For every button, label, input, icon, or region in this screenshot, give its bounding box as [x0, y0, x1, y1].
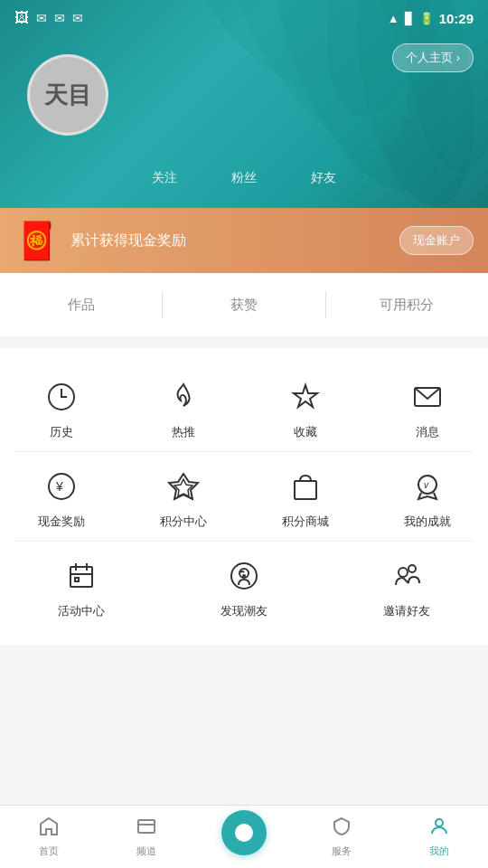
menu-shop-label: 积分商城	[282, 514, 329, 530]
image-icon: 🖼	[14, 10, 29, 26]
stats-likes-label: 获赞	[230, 297, 258, 314]
status-bar: 🖼 ✉ ✉ ✉ ▲ ▊ 🔋 10:29	[0, 0, 488, 36]
banner-text: 累计获得现金奖励	[70, 231, 399, 250]
message-icon	[408, 377, 447, 417]
invite-icon	[387, 556, 427, 596]
nav-item-home[interactable]: 首页	[0, 806, 98, 868]
stat-friends[interactable]: 好友	[311, 170, 336, 186]
stats-row: 作品 获赞 可用积分	[0, 273, 488, 337]
nav-item-service[interactable]: 服务	[293, 806, 390, 868]
svg-point-23	[243, 575, 245, 577]
battery-icon: 🔋	[419, 12, 434, 25]
stats-likes[interactable]: 获赞	[163, 297, 324, 314]
nav-service-label: 服务	[332, 844, 352, 858]
stats-works[interactable]: 作品	[0, 297, 162, 314]
svg-rect-20	[75, 578, 79, 581]
menu-item-shop[interactable]: 积分商城	[244, 452, 366, 541]
achievement-icon: v	[408, 467, 447, 506]
svg-point-25	[408, 565, 416, 572]
channel-icon	[136, 816, 157, 841]
menu-item-points[interactable]: 积分中心	[122, 452, 244, 541]
menu-grid-3: 活动中心 发现潮友	[0, 542, 488, 630]
bottom-nav: 首页 频道 服务 我的	[0, 805, 488, 868]
menu-item-cash[interactable]: ¥ 现金奖励	[0, 452, 122, 541]
personal-page-label: 个人主页 ›	[406, 50, 460, 66]
stat-follow[interactable]: 关注	[152, 170, 177, 186]
stat-friends-label: 好友	[311, 170, 336, 186]
cash-account-label: 现金账户	[413, 233, 460, 247]
svg-rect-16	[70, 567, 92, 587]
stat-fans[interactable]: 粉丝	[231, 170, 257, 186]
menu-activity-label: 活动中心	[58, 603, 105, 619]
menu-item-invite[interactable]: 邀请好友	[325, 542, 488, 630]
menu-message-label: 消息	[416, 424, 439, 440]
menu-item-achievement[interactable]: v 我的成就	[366, 452, 488, 541]
menu-item-message[interactable]: 消息	[366, 363, 488, 451]
mail-icon-3: ✉	[72, 11, 83, 25]
nav-home-label: 首页	[39, 844, 59, 858]
svg-rect-13	[295, 481, 316, 499]
menu-collect-label: 收藏	[294, 424, 317, 440]
banner-icon: 🧧	[14, 220, 60, 262]
menu-item-history[interactable]: 历史	[0, 363, 122, 451]
shop-icon	[286, 467, 325, 506]
cash-account-button[interactable]: 现金账户	[399, 226, 474, 255]
svg-point-29	[436, 819, 443, 826]
menu-hot-label: 热推	[172, 424, 195, 440]
center-dot	[235, 824, 253, 842]
svg-marker-11	[169, 474, 198, 499]
signal-icon: ▊	[405, 12, 414, 25]
menu-points-label: 积分中心	[160, 514, 207, 530]
personal-page-button[interactable]: 个人主页 ›	[392, 43, 474, 72]
status-right: ▲ ▊ 🔋 10:29	[388, 11, 474, 26]
status-time: 10:29	[439, 11, 474, 26]
nav-item-center[interactable]	[195, 806, 293, 868]
menu-grid-2: ¥ 现金奖励 积分中心 积分商城	[0, 452, 488, 541]
stats-works-label: 作品	[68, 297, 95, 314]
avatar-area: 天目	[27, 54, 108, 136]
svg-text:v: v	[424, 480, 429, 490]
avatar: 天目	[27, 54, 108, 136]
stats-points[interactable]: 可用积分	[326, 297, 488, 314]
stat-fans-label: 粉丝	[231, 170, 257, 186]
home-icon	[38, 816, 60, 841]
mail-icon-1: ✉	[36, 11, 47, 25]
activity-icon	[61, 556, 101, 596]
collect-icon	[286, 377, 325, 417]
mine-icon	[428, 816, 450, 841]
menu-item-discover[interactable]: 发现潮友	[163, 542, 325, 630]
menu-history-label: 历史	[50, 424, 73, 440]
menu-cash-label: 现金奖励	[38, 514, 85, 530]
svg-text:¥: ¥	[55, 479, 63, 494]
cash-icon: ¥	[42, 467, 81, 506]
menu-grid-1: 历史 热推 收藏	[0, 363, 488, 451]
stat-follow-label: 关注	[152, 170, 177, 186]
svg-rect-27	[138, 820, 155, 833]
hot-icon	[164, 377, 203, 417]
menu-section-1: 历史 热推 收藏	[0, 348, 488, 645]
menu-discover-label: 发现潮友	[221, 603, 267, 619]
cash-banner[interactable]: 🧧 累计获得现金奖励 现金账户	[0, 208, 488, 273]
discover-icon	[224, 556, 264, 596]
nav-mine-label: 我的	[429, 844, 449, 858]
center-button[interactable]	[221, 810, 267, 855]
svg-marker-7	[294, 385, 317, 407]
status-left: 🖼 ✉ ✉ ✉	[14, 10, 83, 26]
service-icon	[331, 816, 352, 841]
nav-channel-label: 频道	[136, 844, 156, 858]
svg-point-24	[399, 568, 408, 577]
points-icon	[164, 467, 203, 506]
menu-achievement-label: 我的成就	[404, 514, 451, 530]
menu-item-collect[interactable]: 收藏	[244, 363, 366, 451]
menu-item-hot[interactable]: 热推	[122, 363, 244, 451]
mail-icon-2: ✉	[54, 11, 65, 25]
menu-invite-label: 邀请好友	[383, 603, 430, 619]
nav-item-channel[interactable]: 频道	[98, 806, 195, 868]
wifi-icon: ▲	[388, 12, 399, 25]
nav-item-mine[interactable]: 我的	[390, 806, 488, 868]
svg-line-26	[403, 578, 408, 583]
history-icon	[42, 377, 81, 417]
profile-stats: 关注 粉丝 好友	[0, 170, 488, 186]
stats-points-label: 可用积分	[380, 297, 434, 314]
menu-item-activity[interactable]: 活动中心	[0, 542, 163, 630]
